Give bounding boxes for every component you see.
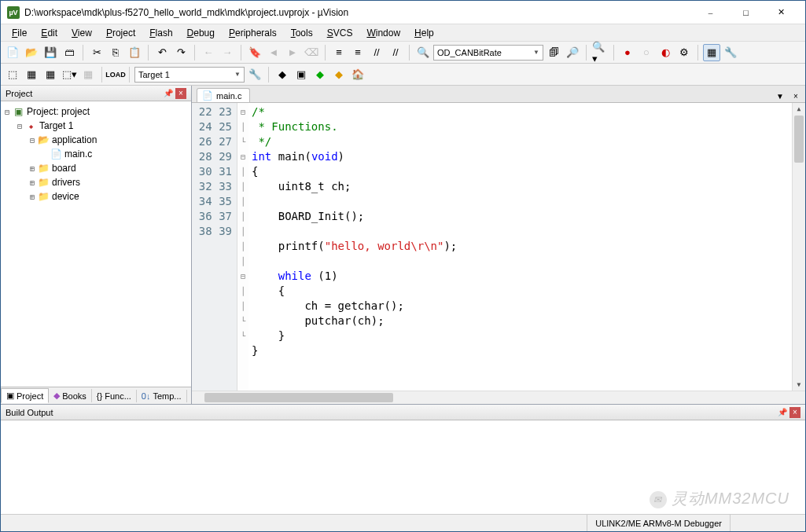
status-cell xyxy=(730,515,800,531)
bookmark-next-icon[interactable]: ► xyxy=(284,44,301,61)
tree-folder-application[interactable]: ⊟📂application xyxy=(2,133,190,147)
tab-books[interactable]: ◆Books xyxy=(49,389,92,402)
outdent-icon[interactable]: ≡ xyxy=(349,44,366,61)
build-icon[interactable]: ▦ xyxy=(23,66,40,83)
download-icon[interactable]: LOAD xyxy=(107,66,124,83)
undo-icon[interactable]: ↶ xyxy=(153,44,171,61)
project-panel-title: Project xyxy=(6,89,32,98)
code-editor[interactable]: 22 23 24 25 26 27 28 29 30 31 32 33 34 3… xyxy=(192,103,805,391)
menu-window[interactable]: Window xyxy=(360,26,407,40)
find-in-files-icon[interactable]: 🗐 xyxy=(545,44,562,61)
menu-project[interactable]: Project xyxy=(100,26,142,40)
menu-edit[interactable]: Edit xyxy=(35,26,64,40)
manage-components-icon[interactable]: ▣ xyxy=(293,66,310,83)
code-content[interactable]: /* * Functions. */ int main(void) { uint… xyxy=(248,103,792,391)
breakpoint-kill-icon[interactable]: ⚙ xyxy=(675,44,693,61)
target-options-icon[interactable]: 🔧 xyxy=(246,66,263,83)
project-tree[interactable]: ⊟▣Project: project ⊟⬥Target 1 ⊟📂applicat… xyxy=(1,101,191,387)
comment-icon[interactable]: // xyxy=(368,44,385,61)
rebuild-icon[interactable]: ▦ xyxy=(42,66,59,83)
save-icon[interactable]: 💾 xyxy=(42,44,59,61)
find-icon[interactable]: 🔍 xyxy=(414,44,432,61)
dropdown-icon[interactable]: ▼ xyxy=(774,90,786,102)
translate-icon[interactable]: ⬚ xyxy=(4,66,21,83)
menu-help[interactable]: Help xyxy=(408,26,440,40)
separator xyxy=(101,67,102,83)
incremental-find-icon[interactable]: 🔎 xyxy=(564,44,581,61)
bookmark-icon[interactable]: 🔖 xyxy=(246,44,263,61)
find-combo[interactable]: OD_CANBitRate ▼ xyxy=(433,45,543,61)
menu-debug[interactable]: Debug xyxy=(181,26,221,40)
tab-templates[interactable]: 0↓Temp... xyxy=(137,390,187,402)
scrollbar-thumb[interactable] xyxy=(204,393,393,402)
editor-area: 📄 main.c ▼ × 22 23 24 25 26 27 28 29 30 … xyxy=(192,86,805,404)
window-title: D:\workspace\mdk\plus-f5270_hello_world_… xyxy=(24,7,693,18)
debug-icon[interactable]: 🔍▾ xyxy=(591,44,609,61)
bookmark-clear-icon[interactable]: ⌫ xyxy=(303,44,320,61)
tree-folder-device[interactable]: ⊞📁device xyxy=(2,189,190,204)
menu-svcs[interactable]: SVCS xyxy=(321,26,359,40)
close-editor-icon[interactable]: × xyxy=(789,90,802,102)
stop-build-icon[interactable]: ▦ xyxy=(79,66,97,83)
separator xyxy=(613,45,614,61)
menu-view[interactable]: View xyxy=(65,26,98,40)
window-layout-icon[interactable]: ▦ xyxy=(703,44,720,61)
scroll-down-icon[interactable]: ▼ xyxy=(793,379,805,391)
nav-back-icon[interactable]: ← xyxy=(200,44,217,61)
fold-column[interactable]: ⊟ │ └ ⊟ │ │ │ │ │ │ │ ⊟ │ │ └ └ xyxy=(237,103,248,391)
pin-icon[interactable]: 📌 xyxy=(777,407,788,418)
redo-icon[interactable]: ↷ xyxy=(172,44,190,61)
tree-root[interactable]: ⊟▣Project: project xyxy=(2,105,190,119)
menu-flash[interactable]: Flash xyxy=(143,26,178,40)
statusbar: ULINK2/ME ARMv8-M Debugger xyxy=(1,514,805,531)
separator xyxy=(148,45,149,61)
menu-tools[interactable]: Tools xyxy=(285,26,319,40)
configure-icon[interactable]: 🔧 xyxy=(722,44,739,61)
target-select[interactable]: Target 1 ▼ xyxy=(134,67,245,83)
batch-build-icon[interactable]: ⬚▾ xyxy=(61,66,78,83)
minimize-button[interactable]: – xyxy=(693,2,728,24)
pin-icon[interactable]: 📌 xyxy=(163,88,174,99)
pack-installer-icon[interactable]: ◆ xyxy=(330,66,348,83)
separator xyxy=(194,45,195,61)
tab-functions[interactable]: {}Func... xyxy=(92,390,137,402)
tree-file-main[interactable]: 📄main.c xyxy=(2,147,190,161)
menu-file[interactable]: File xyxy=(6,26,33,40)
horizontal-scrollbar[interactable] xyxy=(192,391,805,404)
books-icon[interactable]: 🏠 xyxy=(349,66,366,83)
project-panel-header: Project 📌 × xyxy=(1,86,191,101)
scrollbar-thumb[interactable] xyxy=(794,116,804,163)
copy-icon[interactable]: ⎘ xyxy=(107,44,124,61)
close-panel-icon[interactable]: × xyxy=(175,88,186,99)
close-panel-icon[interactable]: × xyxy=(789,407,800,418)
paste-icon[interactable]: 📋 xyxy=(126,44,143,61)
open-file-icon[interactable]: 📂 xyxy=(23,44,40,61)
menu-peripherals[interactable]: Peripherals xyxy=(223,26,283,40)
close-button[interactable]: ✕ xyxy=(764,2,799,24)
manage-rtx-icon[interactable]: ◆ xyxy=(311,66,329,83)
build-output-body[interactable]: ✉灵动MM32MCU xyxy=(1,420,805,514)
uncomment-icon[interactable]: // xyxy=(387,44,404,61)
scroll-up-icon[interactable]: ▲ xyxy=(793,103,805,115)
build-output-header: Build Output 📌 × xyxy=(1,405,805,420)
tree-folder-drivers[interactable]: ⊞📁drivers xyxy=(2,175,190,189)
maximize-button[interactable]: □ xyxy=(728,2,764,24)
separator xyxy=(586,45,587,61)
file-icon: 📄 xyxy=(202,90,213,101)
save-all-icon[interactable]: 🗃 xyxy=(61,44,78,61)
breakpoint-insert-icon[interactable]: ● xyxy=(619,44,636,61)
editor-tab-main[interactable]: 📄 main.c xyxy=(197,88,250,102)
indent-icon[interactable]: ≡ xyxy=(330,44,348,61)
tree-folder-board[interactable]: ⊞📁board xyxy=(2,161,190,175)
vertical-scrollbar[interactable]: ▲ ▼ xyxy=(792,103,805,391)
cut-icon[interactable]: ✂ xyxy=(88,44,105,61)
tab-project[interactable]: ▣Project xyxy=(1,388,49,403)
manage-project-icon[interactable]: ◆ xyxy=(274,66,291,83)
new-file-icon[interactable]: 📄 xyxy=(4,44,21,61)
separator xyxy=(697,45,698,61)
nav-forward-icon[interactable]: → xyxy=(219,44,236,61)
breakpoint-disable-icon[interactable]: ◐ xyxy=(657,44,674,61)
breakpoint-enable-icon[interactable]: ○ xyxy=(638,44,655,61)
tree-target[interactable]: ⊟⬥Target 1 xyxy=(2,119,190,133)
bookmark-prev-icon[interactable]: ◄ xyxy=(265,44,282,61)
